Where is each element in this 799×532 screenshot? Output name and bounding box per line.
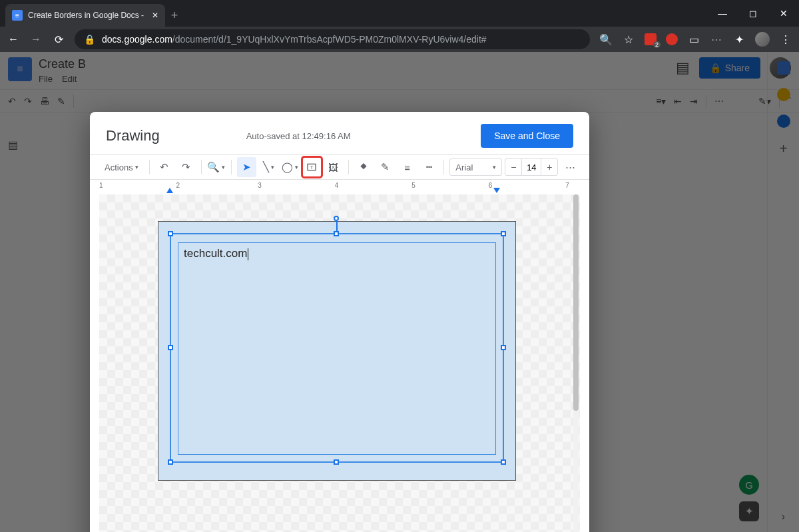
resize-handle-l[interactable] — [168, 345, 173, 350]
right-indent-marker[interactable] — [493, 188, 500, 193]
zoom-button[interactable]: 🔍 — [207, 157, 226, 177]
left-indent-marker[interactable] — [166, 188, 173, 193]
drawing-dialog: Drawing Auto-saved at 12:49:16 AM Save a… — [90, 112, 589, 532]
maximize-button[interactable]: ◻ — [738, 0, 768, 27]
tab-title: Create Borders in Google Docs - — [28, 11, 144, 20]
text-caret — [248, 248, 248, 260]
address-bar: ← → ⟳ 🔒 docs.google.com/document/d/1_9YU… — [0, 27, 799, 52]
url-path: /document/d/1_9YUqHxlXvYmTrbsAcpfWD5-PM0… — [172, 34, 487, 45]
resize-handle-r[interactable] — [501, 345, 506, 350]
font-size-stepper[interactable]: − + — [505, 158, 558, 176]
minimize-button[interactable]: — — [707, 0, 738, 27]
save-and-close-button[interactable]: Save and Close — [481, 124, 573, 148]
actions-menu[interactable]: Actions — [99, 157, 144, 177]
close-tab-icon[interactable]: ✕ — [152, 11, 158, 20]
drawing-toolbar: Actions ↶ ↷ 🔍 ➤ ╲ ◯ T 🖼 ✎ ≡ ┅ Arial▾ — [90, 154, 589, 180]
extension-icons: 🔍 ☆ 2 ▭ ⋯ ✦ ⋮ — [599, 32, 792, 47]
omnibox[interactable]: 🔒 docs.google.com/document/d/1_9YUqHxlXv… — [75, 29, 590, 49]
reload-button[interactable]: ⟳ — [52, 33, 65, 46]
docs-app: ≡ Create B File Edit ▤ 🔒 Share ↶ ↷ 🖶 ✎ ≡… — [0, 52, 799, 532]
back-button[interactable]: ← — [7, 33, 20, 45]
close-window-button[interactable]: ✕ — [768, 0, 799, 27]
browser-tab[interactable]: ≡ Create Borders in Google Docs - ✕ — [5, 4, 165, 27]
chrome-menu[interactable]: ⋮ — [779, 33, 792, 46]
font-family-select[interactable]: Arial▾ — [449, 158, 502, 176]
resize-handle-tl[interactable] — [168, 231, 173, 236]
url-host: docs.google.com — [102, 34, 172, 45]
shape-tool[interactable]: ◯ — [280, 157, 300, 177]
extension-dot[interactable]: ⋯ — [710, 33, 723, 46]
resize-handle-bl[interactable] — [168, 459, 173, 465]
textbox-selection[interactable]: techcult.com — [170, 233, 504, 463]
resize-handle-br[interactable] — [501, 459, 506, 465]
profile-avatar[interactable] — [755, 32, 770, 47]
rotation-stem — [336, 221, 338, 232]
star-icon[interactable]: ☆ — [622, 33, 635, 46]
adblock-extension[interactable] — [666, 33, 678, 45]
vertical-scrollbar[interactable] — [573, 194, 579, 532]
autosave-status: Auto-saved at 12:49:16 AM — [246, 131, 351, 141]
extension-badge: 2 — [653, 41, 661, 48]
docs-favicon: ≡ — [12, 10, 23, 21]
new-tab-button[interactable]: + — [165, 4, 184, 27]
undo-button[interactable]: ↶ — [155, 157, 174, 177]
todoist-extension[interactable]: 2 — [645, 33, 657, 45]
window-controls: — ◻ ✕ — [707, 0, 799, 27]
font-size-input[interactable] — [521, 159, 541, 175]
border-dash-button[interactable]: ┅ — [419, 157, 439, 177]
border-color-button[interactable]: ✎ — [376, 157, 396, 177]
resize-handle-b[interactable] — [334, 459, 339, 465]
lock-icon: 🔒 — [84, 34, 95, 45]
forward-button[interactable]: → — [29, 33, 43, 45]
line-tool[interactable]: ╲ — [259, 157, 278, 177]
drawing-canvas[interactable]: 1 2 3 techcult.com — [99, 194, 580, 532]
select-tool[interactable]: ➤ — [237, 157, 256, 177]
extensions-icon[interactable]: ✦ — [732, 33, 746, 46]
redo-button[interactable]: ↷ — [176, 157, 196, 177]
dialog-title: Drawing — [106, 127, 160, 144]
textbox-content[interactable]: techcult.com — [178, 242, 496, 455]
scrollbar-thumb[interactable] — [573, 194, 579, 411]
resize-handle-t[interactable] — [334, 231, 339, 236]
browser-titlebar: ≡ Create Borders in Google Docs - ✕ + — … — [0, 0, 799, 27]
search-icon[interactable]: 🔍 — [599, 33, 613, 46]
horizontal-ruler[interactable]: 1 2 3 4 5 6 7 — [90, 180, 589, 194]
image-tool[interactable]: 🖼 — [324, 157, 344, 177]
dialog-header: Drawing Auto-saved at 12:49:16 AM Save a… — [90, 112, 589, 154]
font-size-increase[interactable]: + — [541, 159, 557, 175]
resize-handle-tr[interactable] — [501, 231, 506, 236]
svg-text:T: T — [310, 164, 314, 170]
cast-icon[interactable]: ▭ — [687, 33, 700, 46]
rotation-handle[interactable] — [334, 216, 339, 221]
textbox-tool[interactable]: T — [302, 157, 322, 177]
more-options-button[interactable]: ⋯ — [561, 157, 580, 177]
fill-color-button[interactable] — [354, 157, 374, 177]
font-size-decrease[interactable]: − — [505, 159, 521, 175]
border-weight-button[interactable]: ≡ — [398, 157, 417, 177]
